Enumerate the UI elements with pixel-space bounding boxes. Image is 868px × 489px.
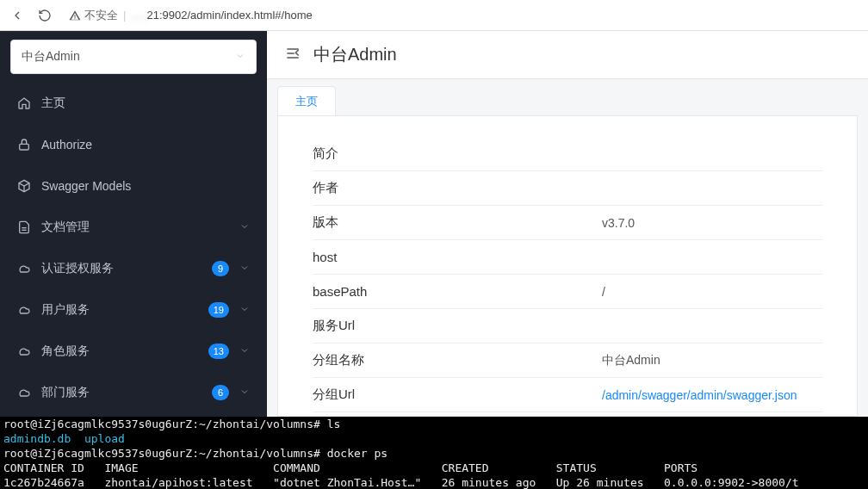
cloud-icon <box>17 262 31 275</box>
sidebar-item-0[interactable]: 主页 <box>0 83 267 124</box>
sidebar-item-label: 角色服务 <box>41 344 198 359</box>
site-selector-label: 中台Admin <box>22 49 80 65</box>
info-row: 简介 <box>313 137 822 171</box>
chevron-down-icon <box>239 386 250 399</box>
info-label: 作者 <box>313 180 602 196</box>
info-row: 作者 <box>313 171 822 206</box>
sidebar-item-4[interactable]: 认证授权服务9 <box>0 248 267 289</box>
info-row: 分组Url/admin/swagger/admin/swagger.json <box>313 378 822 412</box>
info-value-text: 中台Admin <box>602 353 660 367</box>
cube-icon <box>17 179 31 193</box>
info-value-text: v3.7.0 <box>602 216 635 230</box>
sidebar-item-label: Authorize <box>41 138 250 152</box>
info-row: basePath/ <box>313 275 822 309</box>
tab-label: 主页 <box>295 94 318 109</box>
info-value: / <box>602 285 822 299</box>
terminal[interactable]: root@iZj6cagmlkc9537s0ug6urZ:~/zhontai/v… <box>0 417 868 489</box>
insecure-badge: 不安全 <box>69 8 118 23</box>
tab-home[interactable]: 主页 <box>277 86 336 115</box>
cloud-icon <box>17 303 31 317</box>
insecure-label: 不安全 <box>84 8 118 23</box>
info-label: 服务Url <box>313 318 602 334</box>
info-label: 版本 <box>313 214 602 231</box>
sidebar-item-badge: 19 <box>208 302 229 318</box>
info-label: 分组Url <box>313 387 602 403</box>
browser-address-bar: 不安全 | . . .21:9902/admin/index.html#/hom… <box>0 0 868 31</box>
topbar: 中台Admin <box>267 31 868 79</box>
info-value: /admin/swagger/admin/swagger.json <box>602 388 822 402</box>
info-row: 分组名称中台Admin <box>313 344 822 378</box>
chevron-down-icon <box>239 220 250 234</box>
sidebar-item-7[interactable]: 部门服务6 <box>0 372 267 413</box>
info-row: host <box>313 240 822 275</box>
collapse-sidebar-button[interactable] <box>284 45 301 65</box>
info-label: 简介 <box>313 145 602 162</box>
info-row: 服务Url <box>313 309 822 344</box>
site-selector[interactable]: 中台Admin <box>10 40 257 74</box>
tabs-row: 主页 <box>267 79 868 115</box>
sidebar-item-label: 用户服务 <box>41 302 198 318</box>
sidebar-item-badge: 13 <box>208 344 229 359</box>
info-row: 版本v3.7.0 <box>313 206 822 240</box>
sidebar-item-label: 主页 <box>41 96 250 111</box>
cloud-icon <box>17 386 31 399</box>
chevron-down-icon <box>239 262 250 275</box>
reload-button[interactable] <box>34 5 55 26</box>
info-label: basePath <box>313 284 602 299</box>
app-title: 中台Admin <box>313 43 397 66</box>
home-icon <box>17 96 31 110</box>
info-label: 分组名称 <box>313 352 602 368</box>
info-label: host <box>313 250 602 264</box>
chevron-down-icon <box>239 303 250 317</box>
sidebar-item-label: 文档管理 <box>41 220 229 235</box>
sidebar-item-label: Swagger Models <box>41 179 250 193</box>
info-value: v3.7.0 <box>602 216 822 230</box>
sidebar-item-2[interactable]: Swagger Models <box>0 165 267 207</box>
content-panel: 简介作者版本v3.7.0hostbasePath/服务Url分组名称中台Admi… <box>277 115 858 417</box>
sidebar-item-6[interactable]: 角色服务13 <box>0 331 267 372</box>
sidebar: 中台Admin 主页AuthorizeSwagger Models文档管理认证授… <box>0 31 267 417</box>
info-value: 中台Admin <box>602 353 822 368</box>
cloud-icon <box>17 344 31 358</box>
info-value-link[interactable]: /admin/swagger/admin/swagger.json <box>602 388 797 402</box>
svg-rect-0 <box>20 144 29 150</box>
chevron-down-icon <box>239 344 250 358</box>
main-area: 中台Admin 主页 简介作者版本v3.7.0hostbasePath/服务Ur… <box>267 31 868 417</box>
chevron-down-icon <box>235 50 245 64</box>
info-value-text: / <box>602 285 605 299</box>
sidebar-item-3[interactable]: 文档管理 <box>0 207 267 248</box>
sidebar-item-label: 部门服务 <box>41 385 202 400</box>
lock-icon <box>17 138 31 152</box>
back-button[interactable] <box>7 5 28 26</box>
sidebar-menu: 主页AuthorizeSwagger Models文档管理认证授权服务9用户服务… <box>0 83 267 417</box>
sidebar-item-badge: 6 <box>212 385 229 400</box>
sidebar-item-label: 认证授权服务 <box>41 261 202 276</box>
sidebar-item-badge: 9 <box>212 261 229 276</box>
sidebar-item-1[interactable]: Authorize <box>0 124 267 165</box>
doc-icon <box>17 220 31 234</box>
sidebar-item-5[interactable]: 用户服务19 <box>0 289 267 331</box>
url-field[interactable]: 不安全 | . . .21:9902/admin/index.html#/hom… <box>62 8 861 23</box>
